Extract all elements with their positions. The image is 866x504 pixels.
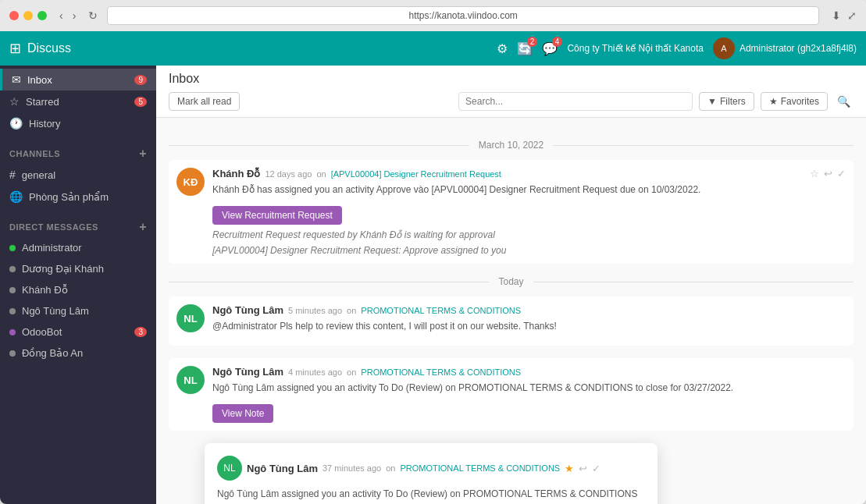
odoobot-badge: 3: [134, 327, 147, 337]
search-input[interactable]: [458, 92, 693, 111]
sidebar-general-label: general: [22, 169, 147, 181]
sidebar-phong-label: Phòng Sản phẩm: [29, 191, 147, 203]
message-3-body: Ngô Tùng Lâm assigned you an activity To…: [212, 381, 846, 395]
close-button[interactable]: [9, 11, 19, 20]
messages-badge: 4: [552, 37, 563, 47]
message-2-link[interactable]: PROMOTIONAL TERMS & CONDITIONS: [361, 306, 521, 315]
user-avatar: A: [713, 37, 735, 59]
browser-window: ‹ › ↻ https://kanota.viindoo.com ⬇ ⤢ ⊞ D…: [0, 0, 866, 504]
sidebar-item-general[interactable]: # general: [0, 164, 156, 186]
activity-icon[interactable]: 🔄 2: [517, 41, 533, 56]
settings-icon[interactable]: ⚙: [497, 41, 508, 56]
popup-star-icon[interactable]: ★: [565, 463, 574, 474]
sidebar-item-odoobot[interactable]: OdooBot 3: [0, 321, 156, 343]
inbox-title: Inbox: [169, 72, 854, 86]
offline-dot: [9, 266, 16, 272]
date-today-label: Today: [489, 276, 533, 287]
popup-check-icon[interactable]: ✓: [592, 463, 600, 474]
nav-buttons: ‹ ›: [56, 8, 79, 23]
filter-label: Filters: [720, 96, 746, 107]
back-button[interactable]: ‹: [56, 8, 66, 23]
sidebar-item-starred[interactable]: ☆ Starred 5: [0, 91, 156, 112]
traffic-lights: [9, 11, 47, 20]
mark-all-read-button[interactable]: Mark all read: [169, 92, 240, 111]
minimize-button[interactable]: [23, 11, 33, 20]
popup-reply-icon[interactable]: ↩: [579, 463, 587, 474]
sidebar-administrator-label: Administrator: [22, 242, 147, 254]
sidebar-item-inbox[interactable]: ✉ Inbox 9: [0, 69, 156, 91]
message-1-time: 12 days ago: [265, 169, 312, 179]
offline-dot: [9, 287, 16, 293]
sidebar-dong-label: Đồng Bảo An: [22, 347, 147, 359]
message-1-footer2: [APVL00004] Designer Recruitment Request…: [212, 245, 846, 256]
sidebar-item-khanh[interactable]: Khánh Đỗ: [0, 279, 156, 300]
sidebar-history-label: History: [29, 118, 147, 130]
filter-button[interactable]: ▼ Filters: [699, 92, 754, 111]
popup-time: 37 minutes ago: [323, 463, 381, 473]
history-icon: 🕐: [9, 117, 23, 130]
popup-on: on: [386, 463, 395, 473]
offline-dot: [9, 308, 16, 314]
message-1-avatar: KĐ: [176, 168, 205, 196]
bot-dot: [9, 329, 16, 335]
star-action-icon[interactable]: ☆: [810, 168, 819, 179]
messages-icon[interactable]: 💬 4: [542, 41, 558, 56]
message-3-author: Ngô Tùng Lâm: [212, 366, 283, 378]
date-divider-march: March 10, 2022: [169, 140, 854, 151]
message-1-link[interactable]: [APVL00004] Designer Recruitment Request: [331, 169, 501, 179]
sidebar-dm-section: DIRECT MESSAGES + Administrator Dương Đạ…: [0, 211, 156, 367]
message-3-link[interactable]: PROMOTIONAL TERMS & CONDITIONS: [361, 367, 521, 377]
sidebar-channels-section: CHANNELS + # general 🌐 Phòng Sản phẩm: [0, 137, 156, 211]
popup-card: NL Ngô Tùng Lâm 37 minutes ago on PROMOT…: [205, 443, 658, 504]
address-bar[interactable]: https://kanota.viindoo.com: [107, 6, 819, 25]
forward-button[interactable]: ›: [69, 8, 80, 23]
sidebar-item-dong[interactable]: Đồng Bảo An: [0, 343, 156, 364]
sidebar-nav: ✉ Inbox 9 ☆ Starred 5 🕐 History: [0, 66, 156, 137]
maximize-button[interactable]: [37, 11, 47, 20]
message-1-on: on: [316, 169, 326, 179]
reply-action-icon[interactable]: ↩: [824, 168, 832, 179]
message-1-footer1: Recruitment Request requested by Khánh Đ…: [212, 229, 846, 240]
inbox-header: Inbox Mark all read ▼ Filters: [156, 66, 866, 118]
sidebar-item-phong-san-pham[interactable]: 🌐 Phòng Sản phẩm: [0, 186, 156, 208]
sidebar-starred-label: Starred: [26, 96, 131, 108]
favorites-button[interactable]: ★ Favorites: [761, 92, 828, 111]
online-dot: [9, 245, 16, 251]
app-logo: ⊞: [9, 40, 21, 57]
message-2-content: Ngô Tùng Lâm 5 minutes ago on PROMOTIONA…: [212, 304, 846, 338]
filter-icon: ▼: [707, 96, 717, 107]
starred-badge: 5: [134, 97, 147, 107]
message-2-on: on: [347, 306, 356, 315]
message-2-time: 5 minutes ago: [288, 306, 342, 315]
popup-body: Ngô Tùng Lâm assigned you an activity To…: [217, 487, 645, 504]
add-dm-button[interactable]: +: [139, 220, 147, 234]
user-menu[interactable]: A Administrator (gh2x1a8fj4l8): [713, 37, 857, 59]
check-action-icon[interactable]: ✓: [837, 168, 846, 179]
sidebar-item-ngo[interactable]: Ngô Tùng Lâm: [0, 300, 156, 321]
view-note-button-3[interactable]: View Note: [212, 404, 273, 423]
app: ⊞ Discuss ⚙ 🔄 2 💬 4 Công ty Thiết kế Nội…: [0, 31, 866, 504]
sidebar-duong-label: Dương Đại Khánh: [22, 263, 147, 275]
navbar: ⊞ Discuss ⚙ 🔄 2 💬 4 Công ty Thiết kế Nội…: [0, 31, 866, 66]
message-3-avatar: NL: [176, 366, 205, 394]
main-content: ✉ Inbox 9 ☆ Starred 5 🕐 History: [0, 66, 866, 504]
sidebar-odoobot-label: OdooBot: [22, 326, 131, 338]
search-icon-button[interactable]: 🔍: [834, 92, 854, 111]
fullscreen-icon[interactable]: ⤢: [847, 9, 857, 22]
navbar-right: ⚙ 🔄 2 💬 4 Công ty Thiết kế Nội thất Kano…: [497, 37, 857, 59]
message-2-body: @Administrator Pls help to review this c…: [212, 319, 846, 333]
message-3-time: 4 minutes ago: [288, 367, 342, 377]
activity-badge: 2: [527, 37, 538, 47]
sidebar-item-history[interactable]: 🕐 History: [0, 112, 156, 134]
view-recruitment-button[interactable]: View Recruitment Request: [212, 206, 342, 225]
download-icon[interactable]: ⬇: [832, 9, 841, 22]
channels-header: CHANNELS +: [0, 140, 156, 164]
sidebar-item-duong[interactable]: Dương Đại Khánh: [0, 258, 156, 279]
popup-link[interactable]: PROMOTIONAL TERMS & CONDITIONS: [400, 463, 560, 473]
messages-area: March 10, 2022 KĐ Khánh Đỗ 12 days ago o…: [156, 118, 866, 504]
add-channel-button[interactable]: +: [139, 147, 147, 161]
channels-header-label: CHANNELS: [9, 149, 139, 158]
sidebar-item-administrator[interactable]: Administrator: [0, 237, 156, 258]
sidebar-khanh-label: Khánh Đỗ: [22, 284, 147, 296]
reload-button[interactable]: ↻: [85, 8, 101, 23]
